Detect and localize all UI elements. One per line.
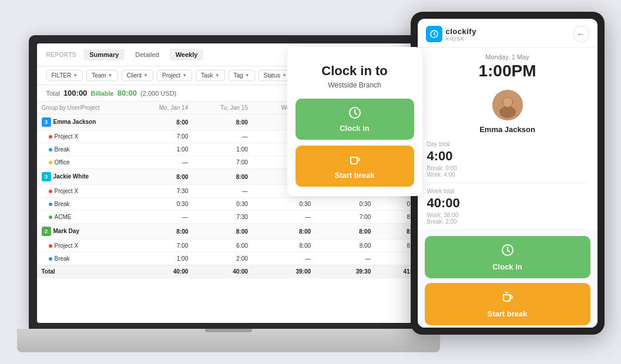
row-value-cell: —: [253, 252, 315, 265]
team-filter-btn[interactable]: Team ▼: [86, 70, 118, 81]
user-badge: 3: [42, 172, 51, 181]
row-name-cell: Break: [37, 143, 131, 156]
row-name-cell: Project X: [37, 130, 131, 143]
row-value-cell: 2:00: [193, 252, 253, 265]
task-arrow-icon: ▼: [215, 73, 220, 78]
svg-point-4: [503, 97, 512, 107]
row-value-cell: 39:00: [253, 265, 315, 278]
row-value-cell: 8:00: [193, 169, 253, 185]
row-name-cell: Break: [37, 198, 131, 211]
kiosk-user-section: Emma Jackson: [418, 84, 597, 136]
row-name-cell: Project X: [37, 185, 131, 198]
tag-arrow-icon: ▼: [245, 73, 250, 78]
row-value-cell: —: [253, 211, 315, 224]
project-dot: [49, 161, 52, 164]
clockify-brand: clockify KIOSK: [426, 26, 476, 42]
row-value-cell: 8:00: [253, 224, 315, 240]
row-value-cell: 7:30: [193, 211, 253, 224]
row-value-cell: —: [131, 156, 193, 169]
row-value-cell: 0:30: [193, 198, 253, 211]
row-value-cell: 7:30: [131, 185, 193, 198]
row-value-cell: 6:00: [193, 240, 253, 252]
project-dot: [49, 190, 52, 193]
row-name-cell: 2Mark Day: [37, 224, 131, 240]
row-value-cell: —: [131, 211, 193, 224]
kiosk-user-name: Emma Jackson: [418, 125, 597, 134]
row-value-cell: 8:00: [131, 114, 193, 130]
panel-cup-icon: [348, 153, 362, 168]
clock-panel-header: Clock in to Westside Branch: [287, 47, 422, 99]
row-value-cell: 8:00: [131, 169, 193, 185]
tab-summary[interactable]: Summary: [83, 49, 125, 60]
laptop-base: [17, 329, 440, 352]
avatar: [492, 90, 523, 120]
row-value-cell: 1:00: [131, 252, 193, 265]
task-filter-btn[interactable]: Task ▼: [196, 70, 224, 81]
row-value-cell: 8:00: [193, 224, 253, 240]
row-value-cell: 8:00: [253, 240, 315, 252]
tab-weekly[interactable]: Weekly: [170, 49, 204, 60]
clock-in-button[interactable]: Clock in: [425, 236, 590, 278]
row-value-cell: —: [315, 252, 375, 265]
clock-panel-subtitle: Westside Branch: [297, 81, 413, 89]
kiosk-time: 1:00PM: [418, 62, 597, 80]
tablet: clockify KIOSK ← Monday, 1 May 1:00PM: [411, 12, 605, 335]
project-dot: [49, 148, 52, 151]
row-value-cell: —: [193, 185, 253, 198]
filter-arrow-icon: ▼: [73, 73, 78, 78]
row-value-cell: 39:30: [315, 265, 375, 278]
filter-btn[interactable]: FILTER ▼: [46, 70, 83, 81]
tag-filter-btn[interactable]: Tag ▼: [229, 70, 255, 81]
panel-clock-in-button[interactable]: Clock in: [296, 99, 414, 140]
start-break-button[interactable]: Start break: [425, 283, 590, 325]
col-mon: Mo, Jan 14: [131, 102, 193, 114]
cup-icon: [501, 290, 515, 307]
group-by-label: Group by User/Project: [42, 105, 100, 111]
row-value-cell: 40:00: [193, 265, 253, 278]
status-arrow-icon: ▼: [282, 73, 287, 78]
row-name-cell: Total: [37, 265, 131, 278]
row-name-cell: Break: [37, 252, 131, 265]
row-value-cell: —: [193, 130, 253, 143]
back-button[interactable]: ←: [573, 26, 589, 42]
row-value-cell: 0:30: [315, 198, 375, 211]
project-dot: [49, 244, 52, 248]
row-value-cell: 0:30: [131, 198, 193, 211]
user-badge: 2: [42, 227, 51, 236]
project-arrow-icon: ▼: [182, 73, 187, 78]
row-value-cell: 8:00: [315, 224, 375, 240]
user-badge: 3: [42, 117, 51, 127]
row-value-cell: 8:00: [315, 240, 375, 252]
row-name-cell: ACME: [37, 211, 131, 224]
panel-start-break-button[interactable]: Start break: [296, 146, 414, 187]
row-value-cell: 8:00: [131, 224, 193, 240]
row-value-cell: 7:00: [131, 130, 193, 143]
kiosk-date: Monday, 1 May: [418, 53, 597, 60]
row-value-cell: 1:00: [131, 143, 193, 156]
row-value-cell: 7:00: [315, 211, 375, 224]
project-dot: [49, 135, 52, 139]
brand-text: clockify KIOSK: [446, 27, 476, 42]
tab-detailed[interactable]: Detailed: [129, 49, 165, 60]
kiosk-stats: Day total 4:00 Break: 0:00 Work: 4:00 We…: [418, 136, 597, 230]
clock-panel-title: Clock in to: [297, 63, 413, 79]
day-total-block: Day total 4:00 Break: 0:00 Work: 4:00: [427, 136, 588, 183]
client-filter-btn[interactable]: Client ▼: [122, 70, 154, 81]
row-value-cell: 8:00: [193, 114, 253, 130]
row-value-cell: 0:30: [253, 198, 315, 211]
col-tue: Tu, Jan 15: [193, 102, 253, 114]
kiosk-screen: clockify KIOSK ← Monday, 1 May 1:00PM: [418, 19, 597, 328]
row-value-cell: 40:00: [131, 265, 193, 278]
row-name-cell: 3Jackie White: [37, 169, 131, 185]
row-value-cell: 1:00: [193, 143, 253, 156]
client-arrow-icon: ▼: [143, 73, 148, 78]
row-name-cell: 3Emma Jackson: [37, 114, 131, 130]
project-filter-btn[interactable]: Project ▼: [157, 70, 192, 81]
project-dot: [49, 215, 52, 219]
project-dot: [49, 203, 52, 206]
svg-point-3: [499, 106, 516, 118]
kiosk-actions: Clock in Start break: [418, 230, 597, 328]
kiosk-datetime: Monday, 1 May 1:00PM: [418, 48, 597, 84]
kiosk-header: clockify KIOSK ←: [418, 19, 597, 48]
clock-panel: Clock in to Westside Branch Clock in: [287, 47, 422, 196]
